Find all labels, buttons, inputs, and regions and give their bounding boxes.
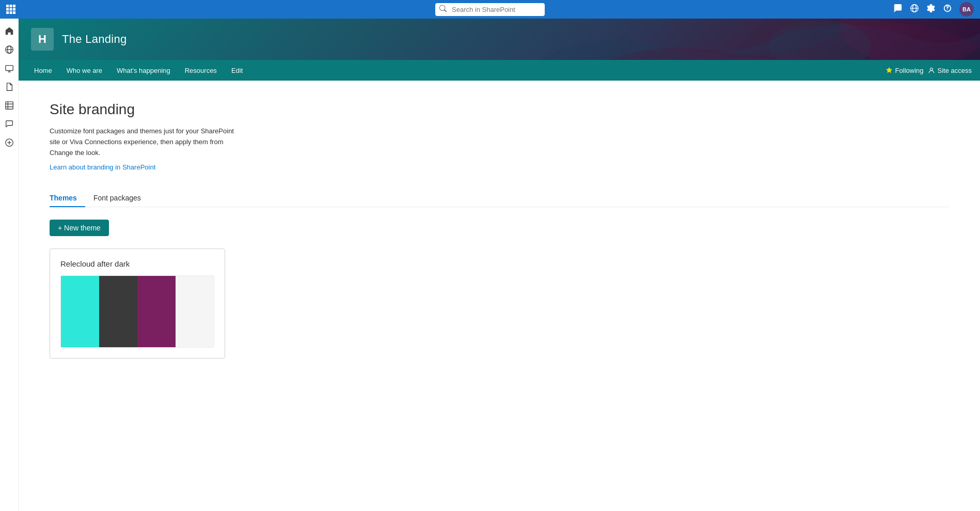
top-bar: BA xyxy=(0,0,980,19)
nav-item-edit[interactable]: Edit xyxy=(224,60,250,81)
search-icon xyxy=(439,5,447,14)
main-content: Site branding Customize font packages an… xyxy=(19,81,980,511)
svg-rect-5 xyxy=(13,8,15,11)
top-bar-right: BA xyxy=(893,2,974,17)
theme-colors xyxy=(60,275,214,348)
svg-rect-2 xyxy=(13,5,15,7)
new-theme-button[interactable]: + New theme xyxy=(50,220,109,236)
sidebar-item-tv[interactable] xyxy=(1,60,18,76)
search-input[interactable] xyxy=(435,3,545,16)
svg-rect-15 xyxy=(5,66,12,71)
site-header: H The Landing xyxy=(19,19,980,60)
svg-rect-0 xyxy=(6,5,9,7)
svg-rect-3 xyxy=(6,8,9,11)
page-title: Site branding xyxy=(50,101,949,118)
sidebar-item-list[interactable] xyxy=(1,97,18,114)
tab-themes[interactable]: Themes xyxy=(50,190,85,207)
nav-item-resources[interactable]: Resources xyxy=(178,60,224,81)
top-bar-left xyxy=(6,5,15,14)
following-label: Following xyxy=(895,67,924,74)
sidebar-item-chat[interactable] xyxy=(1,116,18,132)
waffle-icon[interactable] xyxy=(6,5,15,14)
svg-rect-6 xyxy=(6,11,9,14)
site-logo: H xyxy=(31,28,54,51)
sidebar-item-doc[interactable] xyxy=(1,79,18,95)
svg-point-27 xyxy=(930,68,932,70)
svg-rect-18 xyxy=(5,102,12,109)
color-swatch-2 xyxy=(99,276,137,347)
color-swatch-1 xyxy=(61,276,99,347)
site-access-label: Site access xyxy=(938,67,972,74)
search-bar xyxy=(435,3,545,16)
sidebar-item-globe[interactable] xyxy=(1,41,18,58)
network-icon[interactable] xyxy=(910,4,919,15)
tab-font-packages[interactable]: Font packages xyxy=(93,190,149,207)
avatar[interactable]: BA xyxy=(959,2,974,17)
following-button[interactable]: Following xyxy=(886,67,924,74)
nav-bar: Home Who we are What's happening Resourc… xyxy=(19,60,980,81)
theme-card: Relecloud after dark xyxy=(50,249,225,359)
svg-rect-7 xyxy=(10,11,12,14)
nav-right: Following Site access xyxy=(886,67,972,74)
svg-rect-1 xyxy=(10,5,12,7)
svg-rect-4 xyxy=(10,8,12,11)
sidebar-item-add[interactable] xyxy=(1,134,18,151)
site-access-button[interactable]: Site access xyxy=(928,67,972,74)
header-decoration xyxy=(403,19,980,60)
color-swatch-3 xyxy=(137,276,176,347)
sidebar xyxy=(0,19,19,511)
nav-item-whats-happening[interactable]: What's happening xyxy=(109,60,178,81)
page-description: Customize font packages and themes just … xyxy=(50,126,246,158)
nav-item-who-we-are[interactable]: Who we are xyxy=(59,60,109,81)
sidebar-item-home[interactable] xyxy=(1,23,18,39)
tabs: Themes Font packages xyxy=(50,190,949,207)
help-icon[interactable] xyxy=(943,4,952,15)
learn-link[interactable]: Learn about branding in SharePoint xyxy=(50,163,155,171)
theme-card-title: Relecloud after dark xyxy=(60,259,214,268)
settings-icon[interactable] xyxy=(926,4,936,15)
nav-item-home[interactable]: Home xyxy=(27,60,59,81)
chat-icon[interactable] xyxy=(893,4,903,15)
svg-rect-8 xyxy=(13,11,15,14)
site-title: The Landing xyxy=(62,33,127,46)
color-swatch-4 xyxy=(176,276,214,347)
